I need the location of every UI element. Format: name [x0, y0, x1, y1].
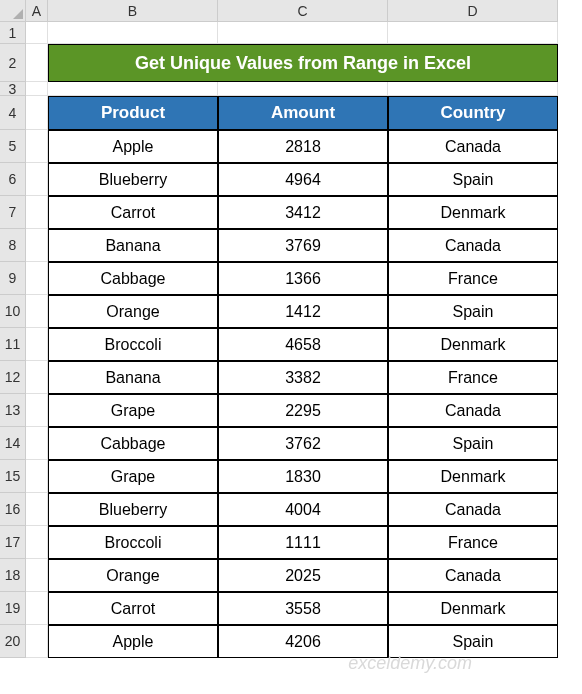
row-header-9[interactable]: 9 [0, 262, 26, 295]
table-cell[interactable]: 4004 [218, 493, 388, 526]
cell-a-9[interactable] [26, 262, 48, 295]
row-header-12[interactable]: 12 [0, 361, 26, 394]
table-cell[interactable]: Orange [48, 295, 218, 328]
cell-a-7[interactable] [26, 196, 48, 229]
row-header-20[interactable]: 20 [0, 625, 26, 658]
cell-a-5[interactable] [26, 130, 48, 163]
cell-empty[interactable] [218, 22, 388, 44]
cell-empty[interactable] [388, 22, 558, 44]
row-header-3[interactable]: 3 [0, 82, 26, 96]
row-header-10[interactable]: 10 [0, 295, 26, 328]
table-cell[interactable]: 4658 [218, 328, 388, 361]
table-cell[interactable]: 3558 [218, 592, 388, 625]
cell-a-11[interactable] [26, 328, 48, 361]
table-cell[interactable]: Canada [388, 229, 558, 262]
table-cell[interactable]: 4964 [218, 163, 388, 196]
table-cell[interactable]: Spain [388, 625, 558, 658]
table-cell[interactable]: Carrot [48, 592, 218, 625]
table-cell[interactable]: Cabbage [48, 262, 218, 295]
table-cell[interactable]: 1412 [218, 295, 388, 328]
row-header-13[interactable]: 13 [0, 394, 26, 427]
table-cell[interactable]: Grape [48, 460, 218, 493]
table-cell[interactable]: France [388, 361, 558, 394]
table-cell[interactable]: Banana [48, 229, 218, 262]
table-cell[interactable]: 2295 [218, 394, 388, 427]
cell-a-15[interactable] [26, 460, 48, 493]
col-header-c[interactable]: C [218, 0, 388, 22]
table-cell[interactable]: 3382 [218, 361, 388, 394]
table-cell[interactable]: 3762 [218, 427, 388, 460]
cell-a-12[interactable] [26, 361, 48, 394]
cell-empty[interactable] [48, 82, 218, 96]
table-cell[interactable]: Orange [48, 559, 218, 592]
table-cell[interactable]: Canada [388, 394, 558, 427]
cell-a-8[interactable] [26, 229, 48, 262]
table-cell[interactable]: Denmark [388, 328, 558, 361]
col-header-b[interactable]: B [48, 0, 218, 22]
table-cell[interactable]: Apple [48, 130, 218, 163]
row-header-15[interactable]: 15 [0, 460, 26, 493]
col-header-a[interactable]: A [26, 0, 48, 22]
row-header-5[interactable]: 5 [0, 130, 26, 163]
table-cell[interactable]: Apple [48, 625, 218, 658]
cell-a-10[interactable] [26, 295, 48, 328]
cell-empty[interactable] [218, 82, 388, 96]
table-cell[interactable]: 1830 [218, 460, 388, 493]
table-cell[interactable]: Canada [388, 559, 558, 592]
table-cell[interactable]: Denmark [388, 196, 558, 229]
row-header-19[interactable]: 19 [0, 592, 26, 625]
row-header-18[interactable]: 18 [0, 559, 26, 592]
row-header-16[interactable]: 16 [0, 493, 26, 526]
cell-a-14[interactable] [26, 427, 48, 460]
cell-a-6[interactable] [26, 163, 48, 196]
row-header-1[interactable]: 1 [0, 22, 26, 44]
table-cell[interactable]: 4206 [218, 625, 388, 658]
table-cell[interactable]: Spain [388, 163, 558, 196]
table-cell[interactable]: 3769 [218, 229, 388, 262]
table-cell[interactable]: Blueberry [48, 493, 218, 526]
select-all-corner[interactable] [0, 0, 26, 22]
table-cell[interactable]: Carrot [48, 196, 218, 229]
row-header-4[interactable]: 4 [0, 96, 26, 130]
row-header-8[interactable]: 8 [0, 229, 26, 262]
cell-a-18[interactable] [26, 559, 48, 592]
table-cell[interactable]: 2025 [218, 559, 388, 592]
cell-a-16[interactable] [26, 493, 48, 526]
cell-a-13[interactable] [26, 394, 48, 427]
table-cell[interactable]: 2818 [218, 130, 388, 163]
row-header-2[interactable]: 2 [0, 44, 26, 82]
table-cell[interactable]: Cabbage [48, 427, 218, 460]
title-cell[interactable]: Get Unique Values from Range in Excel [48, 44, 558, 82]
table-header-amount[interactable]: Amount [218, 96, 388, 130]
table-cell[interactable]: Banana [48, 361, 218, 394]
row-header-17[interactable]: 17 [0, 526, 26, 559]
cell-a-2[interactable] [26, 44, 48, 82]
table-cell[interactable]: Spain [388, 427, 558, 460]
table-cell[interactable]: Denmark [388, 592, 558, 625]
cell-a-19[interactable] [26, 592, 48, 625]
table-cell[interactable]: Broccoli [48, 328, 218, 361]
row-header-14[interactable]: 14 [0, 427, 26, 460]
table-cell[interactable]: 3412 [218, 196, 388, 229]
table-cell[interactable]: 1111 [218, 526, 388, 559]
table-cell[interactable]: Broccoli [48, 526, 218, 559]
row-header-7[interactable]: 7 [0, 196, 26, 229]
cell-a-20[interactable] [26, 625, 48, 658]
table-cell[interactable]: Blueberry [48, 163, 218, 196]
table-cell[interactable]: 1366 [218, 262, 388, 295]
table-cell[interactable]: Canada [388, 130, 558, 163]
cell-empty[interactable] [388, 82, 558, 96]
table-cell[interactable]: Spain [388, 295, 558, 328]
table-cell[interactable]: Denmark [388, 460, 558, 493]
table-cell[interactable]: Canada [388, 493, 558, 526]
row-header-11[interactable]: 11 [0, 328, 26, 361]
cell-a-17[interactable] [26, 526, 48, 559]
cell-a-3[interactable] [26, 82, 48, 96]
row-header-6[interactable]: 6 [0, 163, 26, 196]
table-cell[interactable]: Grape [48, 394, 218, 427]
cell-a-4[interactable] [26, 96, 48, 130]
cell-a-1[interactable] [26, 22, 48, 44]
table-cell[interactable]: France [388, 526, 558, 559]
cell-empty[interactable] [48, 22, 218, 44]
table-cell[interactable]: France [388, 262, 558, 295]
